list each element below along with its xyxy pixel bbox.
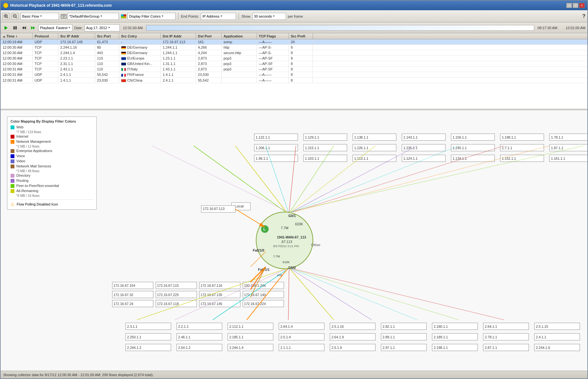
cell-srccntry: -: [119, 39, 161, 44]
flag-icon: [121, 79, 126, 82]
legend-title: Color Mapping By Display Filter Colors: [11, 119, 93, 123]
ip-box-bottom-text: 2.5.1.4: [280, 335, 291, 339]
col-srcprefi-label: Src Prefi: [291, 34, 305, 38]
legend-item: Voice: [11, 154, 93, 158]
table-row[interactable]: 12:00:30 AM TCP 2.23.1.1 110 EU/Europe 1…: [1, 56, 587, 61]
cell-dstport: 2,873: [196, 61, 222, 66]
table-row[interactable]: 12:00:31 AM TCP 2.43.1.1 110 IT/Italy 1.…: [1, 67, 587, 72]
minimize-button[interactable]: ─: [566, 3, 572, 8]
pause-button[interactable]: [12, 24, 19, 31]
col-srcport-label: Src Port: [97, 34, 111, 38]
cell-srccntry: FR/France: [119, 72, 161, 77]
cell-srcport: 110: [95, 56, 119, 61]
flag-icon: [121, 57, 126, 60]
flow-type-dropdown[interactable]: Basic Flow ▼: [20, 13, 59, 20]
table-row[interactable]: 12:00:19 AM UDP 172.16.67.145 61,473 - 1…: [1, 39, 587, 45]
ip-box-top-text: 1.138.1.1: [354, 135, 368, 139]
local-ip-text: 172.16.67.116: [200, 284, 222, 287]
playback-speed-arrow: ▼: [68, 26, 71, 29]
flag-icon: [121, 74, 126, 77]
top-ip-boxes: 1.122.1.11.129.1.11.138.1.11.143.1.11.15…: [254, 134, 587, 162]
cell-srcip: 172.16.67.145: [58, 39, 95, 44]
cell-srcport: 61,473: [95, 39, 119, 44]
bottom-flow-4: [290, 269, 334, 320]
local-ip-boxes: 172.16.67.154172.16.67.115172.16.67.1161…: [112, 282, 284, 307]
legend-item-label: Peer-to-Peer/Non-essential: [16, 184, 59, 188]
cell-time: 12:00:19 AM: [1, 39, 33, 44]
maximize-button[interactable]: □: [573, 3, 578, 8]
zoom-out-button[interactable]: [12, 13, 19, 20]
endpoints-dropdown[interactable]: IP Address ▼: [201, 13, 236, 20]
ip-box-bottom-text: 2.5.1.16: [331, 325, 344, 328]
timeline[interactable]: [146, 25, 535, 31]
color-filter-icon: [121, 14, 127, 19]
table-row[interactable]: 12:00:31 AM UDP 2.4.1.1 55,542 FR/France…: [1, 72, 587, 77]
col-header-srcip[interactable]: Src IP Addr: [58, 33, 95, 39]
legend-item-label: Video: [16, 159, 25, 163]
filter-group-dropdown[interactable]: *DefaultFilterGroup ▼: [68, 13, 119, 20]
col-header-srcprefi[interactable]: Src Prefi: [289, 33, 313, 39]
endpoints-value: IP Address: [202, 14, 219, 18]
local-ip-text: 172.16.67.224: [244, 302, 266, 306]
cell-srccntry: DE/Germany: [119, 50, 161, 55]
legend-items-container: Web *7 MB / 124 flows Internet Network M…: [11, 125, 93, 198]
cell-srcip: 2.244.1.16: [58, 45, 95, 50]
sep1: [178, 12, 178, 20]
col-header-tcpflags[interactable]: TCP Flags: [257, 33, 289, 39]
cell-time: 12:00:30 AM: [1, 56, 33, 61]
step-icon: [31, 26, 35, 30]
playback-speed-value: Fastest: [56, 26, 68, 30]
cell-srccntry: EU/Europe: [119, 56, 161, 61]
date-dropdown[interactable]: Aug 17, 2012 ▼: [85, 24, 120, 31]
playback-speed-dropdown[interactable]: Playback Fastest ▼: [38, 24, 72, 31]
ip-box-top-text: 1.129.1.1: [305, 135, 319, 139]
cell-time: 12:00:30 AM: [1, 50, 33, 55]
svg-rect-13: [121, 16, 124, 18]
cell-time: 12:00:31 AM: [1, 72, 33, 77]
cell-tcpflags: —AP-SF: [257, 67, 289, 72]
display-filter-colors-dropdown[interactable]: Display Filter Colors ▼: [127, 13, 176, 20]
svg-marker-18: [22, 26, 24, 29]
help-button[interactable]: ?: [582, 13, 585, 19]
cell-srcport: 110: [95, 67, 119, 72]
col-header-dstip[interactable]: Dst IP Addr: [161, 33, 196, 39]
cell-dstip: 2.4.1.1: [161, 78, 196, 83]
legend-item-sub: *3 MB / 48 flows: [16, 169, 93, 173]
step-button[interactable]: [29, 24, 37, 31]
filter-icon: [61, 14, 67, 19]
table-row[interactable]: 12:00:30 AM TCP 2.244.1.16 80 DE/Germany…: [1, 45, 587, 50]
col-header-dstport[interactable]: Dst Port: [196, 33, 222, 39]
rewind-button[interactable]: [20, 24, 28, 31]
table-row[interactable]: 12:00:31 AM UDP 1.4.1.1 23,030 CN/China …: [1, 78, 587, 83]
cell-app: [222, 78, 257, 83]
table-row[interactable]: 12:00:30 AM TCP 2.31.1.1 110 GB/United K…: [1, 61, 587, 67]
cell-protocol: UDP: [33, 72, 58, 77]
legend-item-label: Routing: [16, 179, 29, 182]
ip-box-bottom-text: 2.64.1.9: [331, 335, 344, 339]
col-header-srcport[interactable]: Src Port: [95, 33, 119, 39]
ip-box-bottom-text: 2.244.1.2: [127, 346, 141, 350]
col-header-protocol[interactable]: Protocol: [33, 33, 58, 39]
flag-icon: [121, 46, 126, 49]
table-row[interactable]: 12:00:30 AM TCP 2.244.1.4 443 DE/Germany…: [1, 50, 587, 56]
legend-color-swatch: [11, 159, 14, 163]
svg-marker-15: [4, 26, 8, 30]
show-dropdown[interactable]: 30 seconds ▼: [252, 13, 286, 20]
legend-item: Routing: [11, 179, 93, 183]
ip-box-top-text: 1.143.1.1: [404, 135, 418, 139]
col-header-app[interactable]: Application: [222, 33, 257, 39]
play-button[interactable]: [3, 24, 10, 31]
bottom-flow-7: [292, 269, 459, 320]
ip-box-bottom-text: 2.5.1.9: [331, 346, 342, 350]
col-header-srccntry[interactable]: Src Cntry: [119, 33, 161, 39]
local-ip-text: 172.16.67.118: [157, 302, 179, 306]
legend-color-swatch: [11, 140, 14, 144]
cell-tcpflags: —A——: [257, 39, 289, 44]
cell-app: snmp: [222, 39, 257, 44]
cell-app: http: [222, 45, 257, 50]
play-icon: [4, 26, 8, 30]
zoom-in-button[interactable]: [3, 13, 10, 20]
cell-dstport: 4,266: [196, 45, 222, 50]
cell-time: 12:00:30 AM: [1, 45, 33, 50]
close-button[interactable]: ✕: [579, 3, 585, 8]
